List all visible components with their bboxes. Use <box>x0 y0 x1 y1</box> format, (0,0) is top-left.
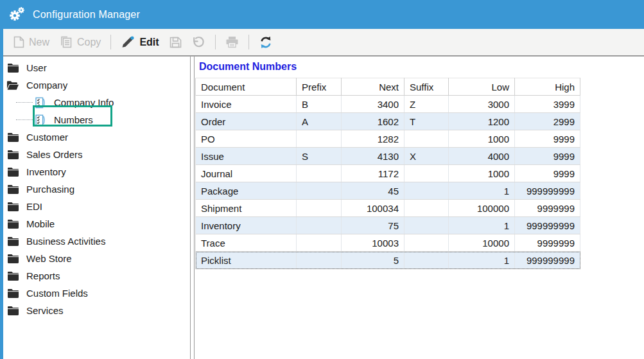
cell-suffix <box>405 200 449 217</box>
edit-pencil-icon <box>121 36 135 49</box>
sidebar-item-company[interactable]: Company <box>3 76 190 94</box>
table-row-trace[interactable]: Trace10003100009999999 <box>196 234 580 252</box>
save-button[interactable] <box>164 34 187 51</box>
cell-high: 999999999 <box>515 217 580 234</box>
cell-high: 999999999 <box>515 252 580 269</box>
sidebar-item-purchasing[interactable]: Purchasing <box>3 180 190 198</box>
document-numbers-table: DocumentPrefixNextSuffixLowHigh InvoiceB… <box>195 78 580 269</box>
sidebar-item-label: Services <box>26 305 64 316</box>
column-header-high[interactable]: High <box>515 78 580 96</box>
cell-low: 1 <box>449 182 515 200</box>
sidebar-item-company-info[interactable]: Company Info <box>3 94 190 111</box>
table-row-issue[interactable]: IssueS4130X40009999 <box>196 148 580 165</box>
folder-open-icon <box>6 80 19 91</box>
table-row-picklist[interactable]: Picklist51999999999 <box>196 252 580 269</box>
cell-suffix <box>405 165 449 182</box>
cell-document: Package <box>196 182 297 200</box>
sidebar-item-label: Mobile <box>26 218 55 229</box>
page-title: Document Numbers <box>199 61 644 73</box>
sidebar-item-label: Custom Fields <box>26 288 88 299</box>
cell-suffix: Z <box>405 96 449 113</box>
sidebar-item-reports[interactable]: Reports <box>3 267 190 285</box>
window-title: Configuration Manager <box>33 9 140 21</box>
table-row-invoice[interactable]: InvoiceB3400Z30003999 <box>196 96 580 113</box>
cell-document: Trace <box>196 234 297 252</box>
sidebar-tree: UserCompanyCompany InfoNumbersCustomerSa… <box>3 57 191 359</box>
cell-suffix <box>405 130 449 148</box>
new-button[interactable]: New <box>8 33 55 51</box>
refresh-button[interactable] <box>254 33 278 51</box>
sidebar-item-mobile[interactable]: Mobile <box>3 215 190 232</box>
folder-icon <box>6 166 19 178</box>
cell-document: Journal <box>196 165 297 182</box>
sidebar-item-services[interactable]: Services <box>3 302 190 319</box>
tree-connector-line <box>16 102 33 103</box>
cell-low: 4000 <box>449 148 515 165</box>
sidebar-item-label: Company <box>26 80 67 91</box>
cell-next: 1172 <box>342 165 405 182</box>
table-row-package[interactable]: Package451999999999 <box>196 182 580 200</box>
cell-suffix <box>405 217 449 234</box>
table-row-po[interactable]: PO128210009999 <box>196 130 580 148</box>
cell-high: 9999999 <box>515 200 580 217</box>
column-header-low[interactable]: Low <box>449 78 515 96</box>
print-button[interactable] <box>220 33 244 51</box>
table-row-journal[interactable]: Journal117210009999 <box>196 165 580 182</box>
cell-high: 999999999 <box>515 182 580 200</box>
cell-low: 1200 <box>449 113 515 130</box>
folder-icon <box>6 218 19 230</box>
table-row-shipment[interactable]: Shipment1000341000009999999 <box>196 200 580 217</box>
table-row-inventory[interactable]: Inventory751999999999 <box>196 217 580 234</box>
sidebar-item-label: Web Store <box>26 253 72 264</box>
sidebar-item-numbers[interactable]: Numbers <box>3 111 190 128</box>
toolbar-separator <box>248 35 249 49</box>
sidebar-item-web-store[interactable]: Web Store <box>3 250 190 267</box>
checklist-icon <box>35 114 46 126</box>
cell-prefix <box>297 234 342 252</box>
sidebar-item-label: Inventory <box>26 166 66 177</box>
sidebar-item-user[interactable]: User <box>3 59 190 76</box>
edit-button[interactable]: Edit <box>116 33 164 51</box>
content-area: UserCompanyCompany InfoNumbersCustomerSa… <box>3 57 644 359</box>
column-header-document[interactable]: Document <box>196 78 297 96</box>
cell-document: Picklist <box>196 252 297 269</box>
toolbar-separator <box>215 35 216 49</box>
folder-icon <box>6 184 19 195</box>
undo-button[interactable] <box>187 33 211 51</box>
cell-high: 3999 <box>515 96 580 113</box>
cell-suffix <box>405 252 449 269</box>
sidebar-item-edi[interactable]: EDI <box>3 198 190 215</box>
cell-suffix <box>405 182 449 200</box>
cell-high: 9999 <box>515 165 580 182</box>
column-header-next[interactable]: Next <box>342 78 405 96</box>
save-icon <box>170 37 182 48</box>
folder-icon <box>6 253 19 265</box>
sidebar-item-customer[interactable]: Customer <box>3 128 190 146</box>
cell-document: Invoice <box>196 96 297 113</box>
folder-icon <box>6 236 19 247</box>
sidebar-item-business-activities[interactable]: Business Activities <box>3 232 190 250</box>
column-header-suffix[interactable]: Suffix <box>405 78 449 96</box>
sidebar-item-label: Sales Orders <box>26 149 83 160</box>
copy-button[interactable]: Copy <box>55 33 106 51</box>
cell-low: 10000 <box>449 234 515 252</box>
table-row-order[interactable]: OrderA1602T12002999 <box>196 113 580 130</box>
sidebar-item-inventory[interactable]: Inventory <box>3 163 190 180</box>
titlebar: Configuration Manager <box>0 0 644 29</box>
sidebar-item-sales-orders[interactable]: Sales Orders <box>3 146 190 163</box>
cell-high: 2999 <box>515 113 580 130</box>
sidebar-item-label: Business Activities <box>26 236 105 247</box>
sidebar-item-custom-fields[interactable]: Custom Fields <box>3 285 190 302</box>
new-document-icon <box>13 36 24 48</box>
folder-icon <box>6 288 19 299</box>
column-header-prefix[interactable]: Prefix <box>297 78 342 96</box>
cell-document: Order <box>196 113 297 130</box>
cell-prefix <box>297 182 342 200</box>
cell-next: 45 <box>342 182 405 200</box>
cell-document: Inventory <box>196 217 297 234</box>
cell-next: 75 <box>342 217 405 234</box>
toolbar-button-label: New <box>29 37 49 48</box>
cell-next: 1282 <box>342 130 405 148</box>
cell-suffix <box>405 234 449 252</box>
toolbar-separator <box>110 35 111 49</box>
